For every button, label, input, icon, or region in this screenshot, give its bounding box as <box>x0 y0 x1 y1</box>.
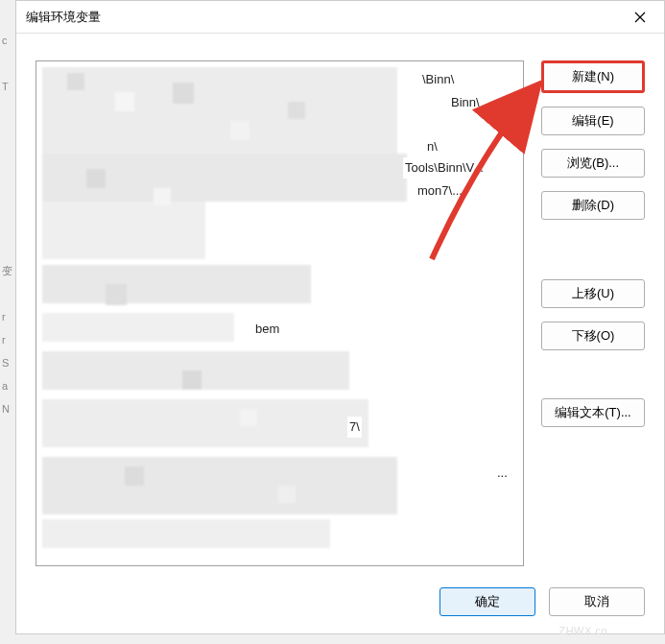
list-item-fragment: Binn\ <box>449 92 482 113</box>
browse-button[interactable]: 浏览(B)... <box>541 149 645 178</box>
list-item-fragment: ... <box>495 463 510 484</box>
ok-button[interactable]: 确定 <box>439 587 535 616</box>
side-buttons: 新建(N) 编辑(E) 浏览(B)... 删除(D) 上移(U) 下移(O) 编… <box>541 60 645 566</box>
watermark: ZHWX.cn <box>558 625 607 636</box>
delete-button[interactable]: 删除(D) <box>541 191 645 220</box>
close-icon <box>634 12 646 23</box>
list-item-fragment: Tools\Binn\V... <box>403 157 486 179</box>
titlebar: 编辑环境变量 <box>16 1 664 34</box>
move-up-button[interactable]: 上移(U) <box>541 279 645 308</box>
content-area: \Binn\ Binn\ n\ Tools\Binn\V... mon7\...… <box>16 34 664 578</box>
close-button[interactable] <box>626 5 654 30</box>
path-list[interactable]: \Binn\ Binn\ n\ Tools\Binn\V... mon7\...… <box>36 60 524 566</box>
cancel-button[interactable]: 取消 <box>549 587 645 616</box>
list-item-fragment: mon7\... <box>416 180 464 202</box>
edit-text-button[interactable]: 编辑文本(T)... <box>541 398 645 427</box>
dialog-title: 编辑环境变量 <box>26 9 626 26</box>
path-list-scroll[interactable]: \Binn\ Binn\ n\ Tools\Binn\V... mon7\...… <box>36 61 523 565</box>
list-item-fragment: n\ <box>425 136 439 157</box>
move-down-button[interactable]: 下移(O) <box>541 322 645 350</box>
new-button[interactable]: 新建(N) <box>541 60 645 93</box>
edit-env-variable-dialog: 编辑环境变量 <box>15 0 665 634</box>
edit-button[interactable]: 编辑(E) <box>541 107 645 135</box>
background-left-edge: c T 变 rrSaN <box>0 29 15 644</box>
list-item-fragment: \Binn\ <box>420 69 456 90</box>
list-item-fragment: 7\ <box>347 417 362 438</box>
list-item-fragment: bem <box>253 319 281 340</box>
